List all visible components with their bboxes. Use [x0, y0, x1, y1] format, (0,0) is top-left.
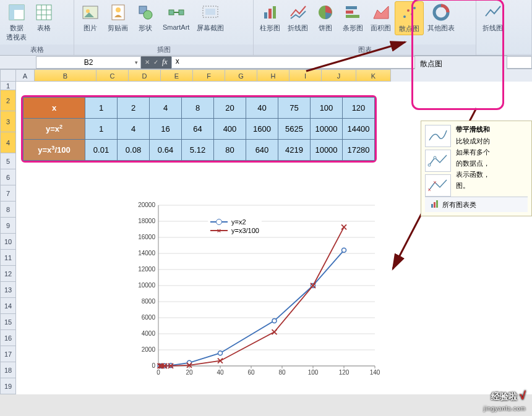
screenshot-icon [200, 2, 220, 22]
row-header-2[interactable]: 2 [0, 90, 16, 111]
col-header-F[interactable]: F [193, 69, 225, 82]
svg-text:140: 140 [370, 369, 380, 376]
col-header-J[interactable]: J [322, 69, 356, 82]
svg-text:0: 0 [157, 369, 160, 376]
group-label: 表格 [0, 45, 74, 55]
table-cell: 120 [343, 98, 375, 119]
fx-buttons: ✕ ✓ fx [141, 56, 171, 69]
scatter-chart-button[interactable]: 散点图 [395, 1, 424, 35]
col-header-I[interactable]: I [290, 69, 322, 82]
svg-text:14000: 14000 [138, 250, 155, 257]
row-header-13[interactable]: 13 [0, 282, 16, 298]
pie-chart-button[interactable]: 饼图 [312, 1, 339, 34]
tooltip-line: 表示函数， [456, 170, 528, 179]
table-icon [34, 2, 54, 22]
table-cell: 0.01 [85, 140, 118, 161]
line-chart-button[interactable]: 折线图 [284, 1, 312, 34]
col-header-D[interactable]: D [129, 69, 161, 82]
watermark: 经验啦 √ jingyanla.com [484, 389, 526, 412]
row-header-16[interactable]: 16 [0, 330, 16, 346]
scatter-opt-straight-markers[interactable] [425, 150, 451, 172]
ribbon-group-extra: 折线图 [476, 0, 532, 55]
select-all-corner[interactable] [0, 69, 16, 82]
col-header-E[interactable]: E [161, 69, 193, 82]
fx-icon[interactable]: fx [162, 57, 168, 67]
all-chart-types-button[interactable]: 所有图表类 [425, 197, 528, 212]
bar-chart-icon [343, 2, 363, 22]
smartart-button[interactable]: SmartArt [159, 1, 193, 32]
svg-text:4000: 4000 [142, 330, 156, 337]
embedded-chart[interactable]: 0200040006000800010000120001400016000180… [127, 199, 381, 384]
table-cell: 10000 [311, 140, 343, 161]
svg-text:10000: 10000 [138, 282, 155, 289]
pivot-table-button[interactable]: 数据 透视表 [2, 1, 30, 43]
table-cell: 4 [118, 119, 150, 140]
table-button[interactable]: 表格 [30, 1, 58, 34]
svg-text:6000: 6000 [142, 314, 156, 321]
picture-button[interactable]: 图片 [77, 1, 104, 34]
row-header-12[interactable]: 12 [0, 266, 16, 282]
row-header-11[interactable]: 11 [0, 250, 16, 266]
svg-text:40: 40 [217, 369, 224, 376]
column-chart-button[interactable]: 柱形图 [256, 1, 284, 34]
row-header-9[interactable]: 9 [0, 218, 16, 234]
row-header-5[interactable]: 5 [0, 153, 16, 169]
row-header-14[interactable]: 14 [0, 298, 16, 314]
svg-text:8000: 8000 [142, 298, 156, 305]
row-header-6[interactable]: 6 [0, 169, 16, 185]
other-charts-button[interactable]: 其他图表 [424, 1, 458, 34]
data-table: x1248204075100120y=x21416644001600562510… [23, 97, 375, 161]
svg-point-9 [86, 9, 90, 13]
row-header-15[interactable]: 15 [0, 314, 16, 330]
shapes-button[interactable]: 形状 [132, 1, 159, 34]
scatter-opt-smooth[interactable] [425, 125, 451, 147]
screenshot-button[interactable]: 屏幕截图 [193, 1, 228, 34]
btn-label: 条形图 [343, 23, 363, 33]
row-header-4[interactable]: 4 [0, 132, 16, 153]
tooltip-line: 比较成对的 [456, 137, 528, 146]
other-charts-icon [431, 2, 451, 22]
btn-label: 数据 透视表 [6, 23, 27, 42]
spreadsheet-grid: ABCDEFGHIJK 1234567891011121314151617181… [0, 69, 532, 394]
col-header-B[interactable]: B [35, 69, 97, 82]
bar-chart-button[interactable]: 条形图 [339, 1, 367, 34]
clipart-button[interactable]: 剪贴画 [104, 1, 132, 34]
row-header-7[interactable]: 7 [0, 185, 16, 202]
row-header-3[interactable]: 3 [0, 111, 16, 132]
col-header-A[interactable]: A [16, 69, 35, 82]
sparkline-button[interactable]: 折线图 [479, 1, 507, 34]
group-label: 图表 [254, 45, 476, 55]
chart-legend: y=x2 ×y=x3/100 [208, 218, 262, 235]
row-header-17[interactable]: 17 [0, 346, 16, 362]
btn-label: 面积图 [371, 23, 391, 33]
pivot-table-icon [7, 2, 27, 22]
col-header-C[interactable]: C [97, 69, 129, 82]
svg-text:2000: 2000 [142, 346, 156, 353]
row-header-18[interactable]: 18 [0, 362, 16, 378]
row-header-8[interactable]: 8 [0, 202, 16, 218]
area-chart-button[interactable]: 面积图 [367, 1, 395, 34]
col-header-K[interactable]: K [356, 69, 391, 82]
svg-point-88 [272, 318, 277, 323]
row-header-1[interactable]: 1 [0, 82, 16, 90]
svg-rect-39 [431, 204, 433, 208]
table-cell: 1 [85, 119, 118, 140]
check-icon: √ [520, 389, 526, 402]
col-header-G[interactable]: G [225, 69, 257, 82]
cancel-icon[interactable]: ✕ [145, 59, 150, 66]
accept-icon[interactable]: ✓ [153, 59, 158, 66]
scatter-opt-straight-markers-2[interactable] [425, 174, 451, 197]
row-header-19[interactable]: 19 [0, 378, 16, 394]
btn-label: 表格 [37, 23, 51, 33]
svg-rect-19 [268, 9, 272, 19]
svg-point-13 [144, 11, 152, 19]
svg-rect-24 [346, 15, 359, 18]
table-row-header: y=x2 [24, 119, 85, 140]
row-header-10[interactable]: 10 [0, 234, 16, 250]
svg-point-27 [411, 13, 413, 15]
name-box[interactable]: B2 [36, 56, 141, 69]
row-headers: 12345678910111213141516171819 [0, 82, 16, 394]
svg-text:120: 120 [339, 369, 350, 376]
svg-text:18000: 18000 [138, 218, 155, 224]
col-header-H[interactable]: H [257, 69, 290, 82]
